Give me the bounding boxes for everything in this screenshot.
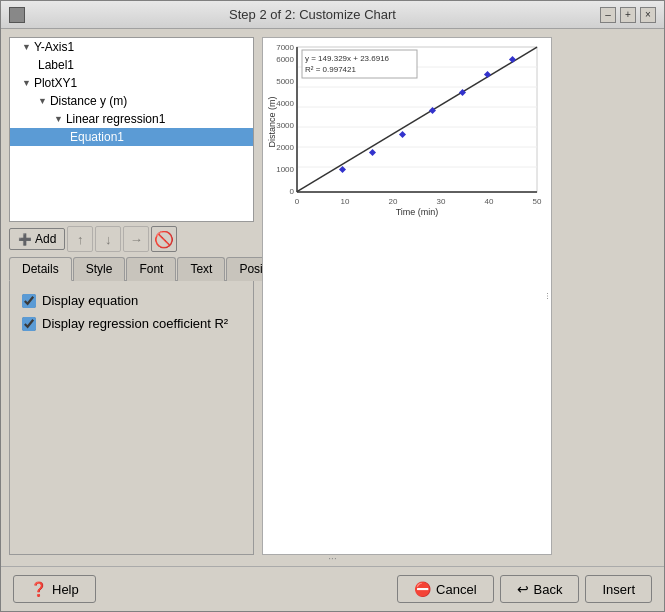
display-equation-label: Display equation	[42, 293, 138, 308]
triangle-plotxy1: ▼	[22, 78, 31, 88]
triangle-linreg: ▼	[54, 114, 63, 124]
chart-inner: 0 1000 2000 3000 4000 5000 6000 7000 0 1…	[267, 42, 547, 217]
tab-details[interactable]: Details	[9, 257, 72, 281]
move-up-button[interactable]: ↑	[67, 226, 93, 252]
back-button[interactable]: ↩ Back	[500, 575, 580, 603]
svg-text:10: 10	[341, 197, 350, 206]
tree-label-plotxy1: PlotXY1	[34, 76, 77, 90]
chart-svg: 0 1000 2000 3000 4000 5000 6000 7000 0 1…	[267, 42, 547, 217]
tree-item-distance[interactable]: ▼ Distance y (m)	[10, 92, 253, 110]
svg-text:3000: 3000	[276, 121, 294, 130]
svg-text:50: 50	[533, 197, 542, 206]
add-label: Add	[35, 232, 56, 246]
insert-button[interactable]: Insert	[585, 575, 652, 603]
display-r2-checkbox[interactable]	[22, 317, 36, 331]
tree-item-linreg[interactable]: ▼ Linear regression1	[10, 110, 253, 128]
tab-bar: Details Style Font Text Position	[9, 256, 254, 281]
tab-content-details: Display equation Display regression coef…	[9, 281, 254, 555]
tree-item-label1[interactable]: Label1	[10, 56, 253, 74]
display-r2-row: Display regression coefficient R²	[22, 316, 241, 331]
tree-item-equation1[interactable]: Equation1	[10, 128, 253, 146]
tree-item-plotxy1[interactable]: ▼ PlotXY1	[10, 74, 253, 92]
tree-item-yaxis1[interactable]: ▼ Y-Axis1	[10, 38, 253, 56]
tree-label-equation1: Equation1	[70, 130, 124, 144]
cancel-icon: ⛔	[414, 581, 431, 597]
cancel-label: Cancel	[436, 582, 476, 597]
tab-text[interactable]: Text	[177, 257, 225, 281]
svg-text:R² = 0.997421: R² = 0.997421	[305, 65, 356, 74]
help-button[interactable]: ❓ Help	[13, 575, 96, 603]
minimize-button[interactable]: –	[600, 7, 616, 23]
tree-label-distance: Distance y (m)	[50, 94, 127, 108]
display-equation-checkbox[interactable]	[22, 294, 36, 308]
add-button[interactable]: ➕ Add	[9, 228, 65, 250]
tree-label-label1: Label1	[38, 58, 74, 72]
footer: ❓ Help ⛔ Cancel ↩ Back Insert	[1, 566, 664, 611]
move-down-button[interactable]: ↓	[95, 226, 121, 252]
svg-text:4000: 4000	[276, 99, 294, 108]
title-bar: Step 2 of 2: Customize Chart – + ×	[1, 1, 664, 29]
tab-style[interactable]: Style	[73, 257, 126, 281]
add-icon: ➕	[18, 233, 32, 246]
tree-label-linreg: Linear regression1	[66, 112, 165, 126]
help-icon: ❓	[30, 581, 47, 597]
close-button[interactable]: ×	[640, 7, 656, 23]
svg-text:y = 149.329x + 23.6916: y = 149.329x + 23.6916	[305, 54, 390, 63]
main-content: ▼ Y-Axis1 Label1 ▼ PlotXY1 ▼ Distance y …	[1, 29, 664, 563]
app-icon	[9, 7, 25, 23]
tree-label-yaxis1: Y-Axis1	[34, 40, 74, 54]
back-icon: ↩	[517, 581, 529, 597]
footer-right: ⛔ Cancel ↩ Back Insert	[397, 575, 652, 603]
maximize-button[interactable]: +	[620, 7, 636, 23]
triangle-distance: ▼	[38, 96, 47, 106]
title-buttons: – + ×	[600, 7, 656, 23]
svg-text:20: 20	[389, 197, 398, 206]
delete-button[interactable]: 🚫	[151, 226, 177, 252]
svg-text:0: 0	[290, 187, 295, 196]
help-label: Help	[52, 582, 79, 597]
tree-container[interactable]: ▼ Y-Axis1 Label1 ▼ PlotXY1 ▼ Distance y …	[9, 37, 254, 222]
svg-text:1000: 1000	[276, 165, 294, 174]
cancel-button[interactable]: ⛔ Cancel	[397, 575, 493, 603]
display-equation-row: Display equation	[22, 293, 241, 308]
main-window: Step 2 of 2: Customize Chart – + × ▼ Y-A…	[0, 0, 665, 612]
svg-text:2000: 2000	[276, 143, 294, 152]
drag-indicator: ···	[543, 292, 553, 300]
svg-text:5000: 5000	[276, 77, 294, 86]
svg-text:Time (min): Time (min)	[396, 207, 439, 217]
svg-text:6000: 6000	[276, 55, 294, 64]
toolbar: ➕ Add ↑ ↓ → 🚫	[9, 226, 254, 252]
insert-label: Insert	[602, 582, 635, 597]
tab-font[interactable]: Font	[126, 257, 176, 281]
window-title: Step 2 of 2: Customize Chart	[25, 7, 600, 22]
svg-text:Distance (m): Distance (m)	[267, 96, 277, 147]
display-r2-label: Display regression coefficient R²	[42, 316, 228, 331]
triangle-yaxis1: ▼	[22, 42, 31, 52]
indent-button[interactable]: →	[123, 226, 149, 252]
svg-text:40: 40	[485, 197, 494, 206]
back-label: Back	[534, 582, 563, 597]
left-panel: ▼ Y-Axis1 Label1 ▼ PlotXY1 ▼ Distance y …	[9, 37, 254, 555]
svg-text:7000: 7000	[276, 43, 294, 52]
svg-text:0: 0	[295, 197, 300, 206]
chart-area: 0 1000 2000 3000 4000 5000 6000 7000 0 1…	[262, 37, 552, 555]
svg-text:30: 30	[437, 197, 446, 206]
tabs-section: Details Style Font Text Position Display…	[9, 256, 254, 555]
